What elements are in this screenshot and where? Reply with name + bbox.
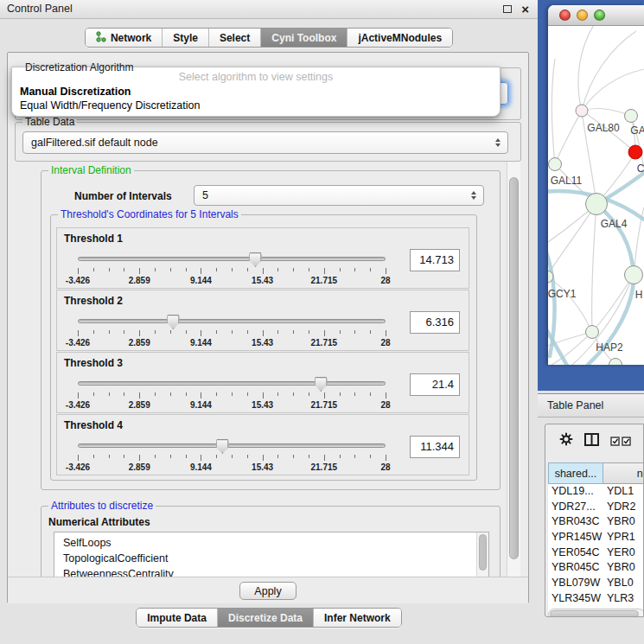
scrollbar-thumb[interactable] [479,534,487,571]
tab-style[interactable]: Style [162,29,208,47]
list-item[interactable]: BetweennessCentrality [54,566,488,577]
threshold-slider[interactable]: -3.4262.8599.14415.4321.71528 [78,315,386,349]
column-header[interactable]: name [603,462,644,484]
slider-thumb[interactable] [167,315,180,329]
threshold-slider[interactable]: -3.4262.8599.14415.4321.71528 [78,252,386,287]
tick-label: -3.426 [66,462,90,472]
number-of-intervals-value: 5 [202,189,208,201]
apply-button[interactable]: Apply [239,582,296,600]
table-cell: YBR045C [548,560,603,576]
network-edge[interactable] [582,69,644,111]
tick-label: 21.715 [311,400,338,410]
network-node[interactable] [549,158,562,171]
network-node[interactable] [586,194,608,215]
tick-mark [139,455,140,461]
threshold-value-field[interactable]: 14.713 [410,249,460,271]
threshold-value-field[interactable]: 6.316 [410,311,460,334]
close-button[interactable] [559,10,571,21]
tick-mark [324,455,325,461]
network-edge[interactable] [552,59,555,164]
network-node[interactable] [628,145,642,159]
network-edge[interactable] [592,204,596,332]
scrollbar-thumb[interactable] [509,177,519,559]
tick-mark [216,455,217,458]
tick-mark [309,455,309,458]
network-edge[interactable] [582,31,636,111]
threshold-slider[interactable]: -3.4262.8599.14415.4321.71528 [78,439,386,474]
numerical-attributes-list[interactable]: SelfLoopsTopologicalCoefficientBetweenne… [54,532,489,577]
network-node[interactable] [586,326,599,339]
table-row[interactable]: YDL19...YDL1 [548,484,644,500]
algorithm-option[interactable]: Equal Width/Frequency Discretization [12,99,500,112]
tick-mark [309,268,309,271]
tab-select[interactable]: Select [208,29,260,47]
tick-mark [247,268,248,271]
network-edge[interactable] [548,204,596,277]
tick-mark [309,330,309,334]
tab-jactivemnodules[interactable]: jActiveMNodules [347,29,452,47]
tick-mark [124,455,124,458]
table-cell: YDR27... [548,500,603,515]
network-node[interactable] [576,105,588,117]
minimize-button[interactable] [577,10,588,21]
tick-mark [155,455,156,458]
slider-thumb[interactable] [315,377,328,392]
tab-infer-network[interactable]: Infer Network [313,609,401,627]
slider-thumb[interactable] [216,439,229,454]
table-row[interactable]: YPR145WYPR1 [548,530,644,545]
slider-thumb[interactable] [249,252,262,267]
threshold-panel: Threshold 2-3.4262.8599.14415.4321.71528… [56,290,469,351]
slider-track[interactable] [78,319,386,323]
network-node[interactable] [625,110,638,123]
node-label: H [635,289,643,301]
scrollbar-thumb[interactable] [550,610,639,617]
algorithm-option[interactable]: Manual Discretization [12,85,500,99]
table-row[interactable]: YDR27...YDR2 [548,500,644,515]
table-cell: YBR043C [548,514,603,530]
list-item[interactable]: SelfLoops [54,535,488,551]
threshold-value-field[interactable]: 21.4 [410,373,460,396]
close-panel-icon[interactable]: × [521,0,529,18]
threshold-slider[interactable]: -3.4262.8599.14415.4321.71528 [78,377,386,411]
network-canvas[interactable]: GAL80GACGAL11GAL4GCY1HHAP2 [548,26,644,365]
network-edge-thick[interactable] [596,204,634,275]
network-canvas-wrap: GAL80GACGAL11GAL4GCY1HHAP2 [548,26,644,365]
table-row[interactable]: YBR043CYBR0 [548,514,644,530]
split-panel-icon[interactable] [584,433,599,450]
tick-label: 15.43 [252,276,273,285]
table-data-combobox[interactable]: galFiltered.sif default node [22,131,508,154]
number-of-intervals-combobox[interactable]: 5 [194,185,484,206]
list-item[interactable]: TopologicalCoefficient [54,551,488,566]
slider-track[interactable] [78,381,386,386]
tab-impute-data[interactable]: Impute Data [137,609,217,627]
network-edge[interactable] [578,26,596,111]
tab-discretize-data[interactable]: Discretize Data [217,609,313,627]
table-row[interactable]: YBL079WYBL0 [548,576,644,591]
slider-track[interactable] [78,257,386,261]
tick-mark [370,392,371,396]
list-scrollbar[interactable] [476,532,488,577]
column-header[interactable]: shared... [548,462,603,484]
table-row[interactable]: YLR345WYLR3 [548,591,644,607]
table-row[interactable]: YER054CYER0 [548,545,644,561]
network-edge[interactable] [582,109,631,116]
zoom-button[interactable] [594,10,605,21]
table-horizontal-scrollbar[interactable] [548,609,644,617]
float-panel-icon[interactable] [503,5,512,13]
threshold-value-field[interactable]: 11.344 [410,436,460,458]
table-panel-title: Table Panel [547,399,603,411]
network-node[interactable] [625,266,643,284]
tab-label: Network [111,32,151,44]
table-row[interactable]: YBR045CYBR0 [548,560,644,576]
tab-network[interactable]: Network [86,29,162,47]
tab-cyni-toolbox[interactable]: Cyni Toolbox [260,29,347,47]
group-title: Threshold's Coordinates for 5 Intervals [58,208,241,220]
network-edge[interactable] [555,111,582,164]
column-visibility-icon[interactable] [610,437,631,446]
panel-scrollbar[interactable] [507,162,520,577]
gear-icon[interactable] [559,432,573,450]
tick-mark [232,330,233,334]
node-label: GAL11 [551,175,583,187]
slider-track[interactable] [78,443,386,448]
tick-mark [354,455,355,458]
